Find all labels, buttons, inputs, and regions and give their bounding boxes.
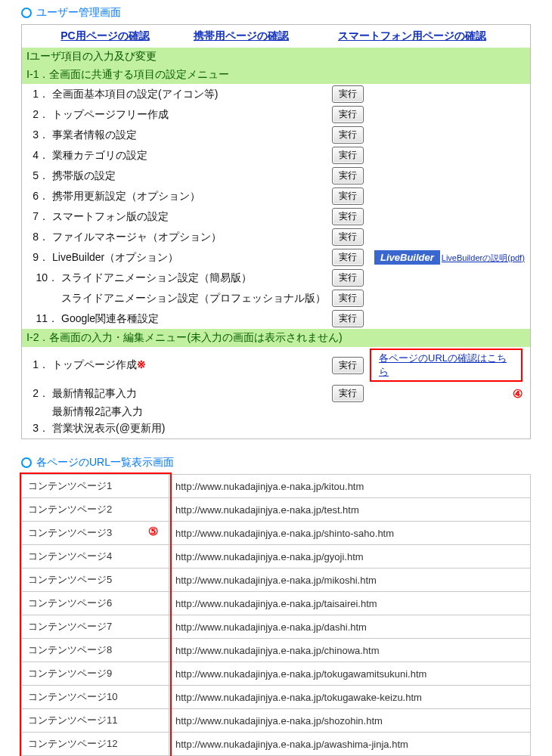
row-label: トップページ作成※ xyxy=(52,358,332,372)
page-url-cell: http://www.nukadajinjya.e-naka.jp/tokuga… xyxy=(169,662,531,686)
livebuilder-pdf-link[interactable]: LiveBuilderの説明(pdf) xyxy=(442,253,525,262)
bullet-circle-icon xyxy=(21,457,32,468)
menu-row: スライドアニメーション設定（プロフェッショナル版） 実行 xyxy=(22,288,530,308)
page-name-cell: コンテンツページ11 xyxy=(22,709,169,733)
row-label: 最新情報2記事入力 xyxy=(52,405,332,419)
table-row: コンテンツページ7http://www.nukadajinjya.e-naka.… xyxy=(22,615,531,639)
exec-button[interactable]: 実行 xyxy=(332,187,364,205)
table-row: コンテンツページ5http://www.nukadajinjya.e-naka.… xyxy=(22,569,531,592)
heading-text: ユーザー管理画面 xyxy=(36,6,121,20)
link-pc-page-check[interactable]: PC用ページの確認 xyxy=(60,29,149,42)
link-mobile-page-check[interactable]: 携帯用ページの確認 xyxy=(194,29,289,42)
page-url-cell: http://www.nukadajinjya.e-naka.jp/shinto… xyxy=(169,522,531,545)
row-number: 3． xyxy=(26,422,52,435)
table-row: コンテンツページ8http://www.nukadajinjya.e-naka.… xyxy=(22,639,531,662)
row-label: 事業者情報の設定 xyxy=(52,129,332,142)
menu-row: 4．業種カテゴリの設定実行 xyxy=(22,145,530,166)
admin-panel: PC用ページの確認 携帯用ページの確認 スマートフォン用ページの確認 Ⅰユーザ項… xyxy=(21,24,531,439)
exec-button[interactable]: 実行 xyxy=(332,167,364,184)
exec-button[interactable]: 実行 xyxy=(332,147,364,164)
row-label-text: トップページ作成 xyxy=(52,358,137,370)
page-url-cell: http://www.nukadajinjya.e-naka.jp/test.h… xyxy=(169,498,531,522)
url-list-table: コンテンツページ1http://www.nukadajinjya.e-naka.… xyxy=(21,474,531,756)
row-label: 携帯版の設定 xyxy=(52,169,332,183)
page-url-cell: http://www.nukadajinjya.e-naka.jp/kitou.… xyxy=(169,475,531,498)
section-heading-url-list: 各ページのURL一覧表示画面 xyxy=(0,450,552,474)
row-label: 営業状況表示(@更新用) xyxy=(52,422,332,435)
exec-button[interactable]: 実行 xyxy=(332,385,364,402)
menu-row: 3． 営業状況表示(@更新用) xyxy=(22,420,530,438)
exec-button[interactable]: 実行 xyxy=(332,106,364,123)
row-number: 1． xyxy=(26,358,52,372)
row-number: 11． xyxy=(26,312,61,326)
annotation-area: ④ xyxy=(370,387,526,401)
table-row: コンテンツページ10http://www.nukadajinjya.e-naka… xyxy=(22,686,531,709)
menu-row: 最新情報2記事入力 xyxy=(22,404,530,420)
menu-row: 3．事業者情報の設定実行 xyxy=(22,125,530,145)
row-number: 6． xyxy=(26,190,52,203)
page-url-cell: http://www.nukadajinjya.e-naka.jp/mikosh… xyxy=(169,569,531,592)
menu-row: 2．トップページフリー作成実行 xyxy=(22,104,530,125)
row-label: Google関連各種設定 xyxy=(61,312,332,326)
exec-button[interactable]: 実行 xyxy=(332,357,364,374)
menu-row-livebuilder: 9． LiveBuilder（オプション） 実行 LiveBuilderLive… xyxy=(22,247,530,268)
row-label: 最新情報記事入力 xyxy=(52,387,332,401)
row-number: 2． xyxy=(26,108,52,122)
row-number: 1． xyxy=(26,88,52,101)
menu-row: 1．全画面基本項目の設定(アイコン等)実行 xyxy=(22,84,530,104)
page-name-cell: コンテンツページ2 xyxy=(22,498,169,522)
menu-row: 8．ファイルマネージャ（オプション）実行 xyxy=(22,227,530,247)
page-name-cell: コンテンツページ10 xyxy=(22,686,169,709)
table-row: コンテンツページ4http://www.nukadajinjya.e-naka.… xyxy=(22,545,531,569)
exec-button[interactable]: 実行 xyxy=(332,249,364,266)
row-label: スライドアニメーション設定（プロフェッショナル版） xyxy=(61,292,332,305)
menu-row: 2． 最新情報記事入力 実行 ④ xyxy=(22,383,530,404)
page-name-cell: コンテンツページ8 xyxy=(22,639,169,662)
menu-row: 10． スライドアニメーション設定（簡易版） 実行 xyxy=(22,268,530,288)
livebuilder-badge: LiveBuilder xyxy=(374,250,440,265)
page-name-cell: コンテンツページ7 xyxy=(22,615,169,639)
exec-button[interactable]: 実行 xyxy=(332,228,364,246)
section-1-title: Ⅰユーザ項目の入力及び変更 xyxy=(22,48,530,66)
table-row: コンテンツページ9http://www.nukadajinjya.e-naka.… xyxy=(22,662,531,686)
exec-button[interactable]: 実行 xyxy=(332,208,364,225)
page-name-cell: コンテンツページ3 xyxy=(22,522,169,545)
row-label: スマートフォン版の設定 xyxy=(52,210,332,224)
exec-button[interactable]: 実行 xyxy=(332,85,364,103)
row-number: 10． xyxy=(26,271,61,285)
menu-row: 6．携帯用更新設定（オプション）実行 xyxy=(22,186,530,206)
page-url-cell: http://www.nukadajinjya.e-naka.jp/dashi.… xyxy=(169,615,531,639)
menu-row: 11． Google関連各種設定 実行 xyxy=(22,308,530,329)
page-name-cell: コンテンツページ6 xyxy=(22,592,169,615)
menu-row-toppage: 1． トップページ作成※ 実行 各ページのURLの確認はこちら xyxy=(22,347,530,383)
exec-button[interactable]: 実行 xyxy=(332,290,364,307)
page-name-cell: コンテンツページ12 xyxy=(22,733,169,756)
menu-row: 7．スマートフォン版の設定実行 xyxy=(22,206,530,227)
row-number: 4． xyxy=(26,149,52,163)
url-confirm-area: 各ページのURLの確認はこちら xyxy=(370,349,526,382)
exec-button[interactable]: 実行 xyxy=(332,126,364,144)
link-smartphone-page-check[interactable]: スマートフォン用ページの確認 xyxy=(338,29,486,42)
row-number: 8． xyxy=(26,231,52,244)
row-label: スライドアニメーション設定（簡易版） xyxy=(61,271,332,285)
page-name-cell: コンテンツページ5 xyxy=(22,569,169,592)
page-url-cell: http://www.nukadajinjya.e-naka.jp/awashi… xyxy=(169,733,531,756)
section-1-1-title: Ⅰ-1．全画面に共通する項目の設定メニュー xyxy=(22,66,530,84)
row-number: 2． xyxy=(26,387,52,401)
exec-button[interactable]: 実行 xyxy=(332,310,364,327)
table-row: コンテンツページ11http://www.nukadajinjya.e-naka… xyxy=(22,709,531,733)
page-name-cell: コンテンツページ9 xyxy=(22,662,169,686)
link-url-confirm[interactable]: 各ページのURLの確認はこちら xyxy=(370,349,523,382)
row-label: 業種カテゴリの設定 xyxy=(52,149,332,163)
table-row: コンテンツページ12http://www.nukadajinjya.e-naka… xyxy=(22,733,531,756)
row-number: 9． xyxy=(26,251,52,265)
page-name-cell: コンテンツページ1 xyxy=(22,475,169,498)
exec-button[interactable]: 実行 xyxy=(332,269,364,287)
row-label: 全画面基本項目の設定(アイコン等) xyxy=(52,88,332,101)
annotation-circled-4: ④ xyxy=(513,387,523,401)
row-number: 5． xyxy=(26,169,52,183)
row-label: LiveBuilder（オプション） xyxy=(52,251,332,265)
required-mark: ※ xyxy=(137,358,146,370)
page-url-cell: http://www.nukadajinjya.e-naka.jp/taisai… xyxy=(169,592,531,615)
menu-row: 5．携帯版の設定実行 xyxy=(22,166,530,186)
